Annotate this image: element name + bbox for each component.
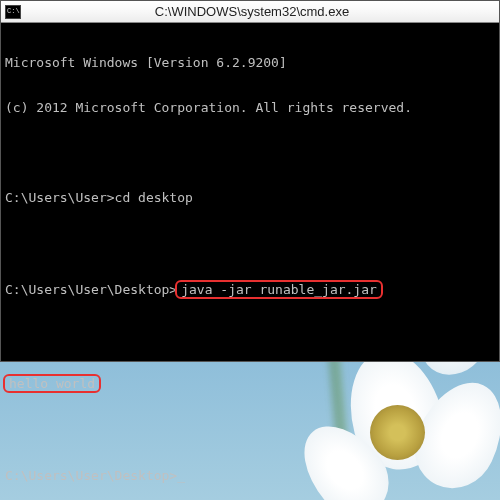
terminal-header-line: Microsoft Windows [Version 6.2.9200] [5,55,495,70]
terminal-blank-line [5,235,495,250]
terminal-blank-line [5,329,495,344]
terminal-header-line: (c) 2012 Microsoft Corporation. All righ… [5,100,495,115]
highlighted-command: java -jar runable_jar.jar [175,280,383,299]
window-title: C:\WINDOWS\system32\cmd.exe [9,4,495,19]
terminal-prompt: C:\Users\User> [5,190,115,205]
terminal-cursor: _ [177,468,185,483]
terminal-output-line: hello world [5,374,495,393]
terminal-command: cd desktop [115,190,193,205]
cmd-window[interactable]: C:\WINDOWS\system32\cmd.exe Microsoft Wi… [0,0,500,362]
titlebar[interactable]: C:\WINDOWS\system32\cmd.exe [1,1,499,23]
terminal-command-line: C:\Users\User>cd desktop [5,190,495,205]
terminal-blank-line [5,423,495,438]
cmd-icon [5,5,21,19]
terminal-blank-line [5,145,495,160]
terminal-current-prompt-line: C:\Users\User\Desktop>_ [5,468,495,483]
terminal-output-area[interactable]: Microsoft Windows [Version 6.2.9200] (c)… [1,23,499,500]
highlighted-output: hello world [3,374,101,393]
terminal-command-line: C:\Users\User\Desktop>java -jar runable_… [5,280,495,299]
terminal-prompt: C:\Users\User\Desktop> [5,282,177,297]
terminal-prompt: C:\Users\User\Desktop> [5,468,177,483]
